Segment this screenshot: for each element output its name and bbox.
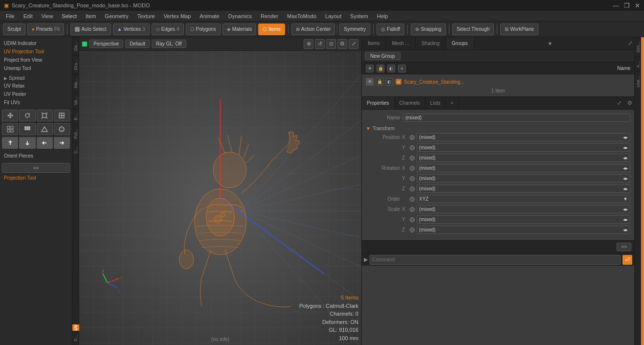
command-submit-button[interactable]: ⏎ [622,255,632,265]
tool-uv-relax[interactable]: UV Relax [0,82,72,90]
presets-button[interactable]: ● Presets F6 [27,23,65,35]
side-tab-de[interactable]: De... [72,37,79,55]
scale-x-value[interactable]: (mixed) ◂▸ [417,205,630,213]
falloff-button[interactable]: ◎ Falloff [377,23,404,35]
scale-y-value[interactable]: (mixed) ◂▸ [417,215,630,224]
menu-texture[interactable]: Texture [133,12,159,20]
materials-button[interactable]: ◈ Materials [222,23,257,35]
rotation-z-arrow[interactable]: ◂▸ [623,186,628,191]
scale-z-arrow[interactable]: ◂▸ [623,227,628,232]
group-item-eye[interactable]: 👁 [366,78,374,86]
grid-btn-10[interactable] [19,137,35,149]
tool-uv-peeler[interactable]: UV Peeler [0,90,72,98]
panel-expand-btn[interactable]: ⤢ [626,40,634,46]
props-settings-icon[interactable]: ⚙ [625,100,634,106]
new-group-button[interactable]: New Group [365,52,400,60]
menu-file[interactable]: File [2,12,19,20]
order-value[interactable]: XYZ ▼ [417,195,630,203]
side-tab-dro[interactable]: Dro... [72,55,79,74]
grid-btn-4[interactable] [54,110,70,121]
tab-groups[interactable]: Groups [446,37,474,49]
snapping-button[interactable]: ⊛ Snapping [411,23,445,35]
group-item-vis[interactable]: ◐ [385,78,393,86]
rotation-z-circle[interactable] [410,186,415,191]
position-z-arrow[interactable]: ◂▸ [623,155,628,161]
viewport-icon-search[interactable]: ⊙ [326,39,336,49]
viewport[interactable]: Perspective Default Ray GL: Off ⊕ ↺ ⊙ ⚙ … [79,37,361,345]
raygl-button[interactable]: Ray GL: Off [152,40,186,48]
default-button[interactable]: Default [125,40,150,48]
position-x-circle[interactable] [410,135,415,140]
tab-items[interactable]: Items [362,37,386,49]
group-lock-icon[interactable]: 🔒 [377,65,384,72]
select-through-button[interactable]: Select Through [452,23,494,35]
position-z-circle[interactable] [410,156,415,161]
menu-edit[interactable]: Edit [20,12,37,20]
menu-system[interactable]: System [346,12,372,20]
side-tab-me[interactable]: Me... [72,74,79,92]
grid-btn-1[interactable] [2,110,18,121]
grid-btn-6[interactable] [19,123,35,135]
right-strip-tab-groups[interactable]: Gro... [635,37,641,57]
grid-btn-2[interactable] [19,110,35,121]
group-item-lock[interactable]: 🔒 [376,78,383,86]
scale-y-circle[interactable] [410,217,415,222]
viewport-icon-settings[interactable]: ⚙ [337,39,347,49]
scale-z-value[interactable]: (mixed) ◂▸ [417,226,630,234]
rotation-x-circle[interactable] [410,166,415,171]
position-x-arrow[interactable]: ◂▸ [623,135,628,140]
menu-render[interactable]: Render [257,12,282,20]
rotation-y-value[interactable]: (mixed) ◂▸ [417,174,630,183]
position-y-arrow[interactable]: ◂▸ [623,145,628,150]
titlebar-controls[interactable]: — ❐ ✕ [613,2,640,9]
right-strip-tab-a[interactable]: A... [635,57,641,72]
tool-unwrap[interactable]: Unwrap Tool [0,64,72,72]
tool-udim-indicator[interactable]: UDIM Indicator [0,39,72,47]
group-vis-icon[interactable]: ◐ [387,65,395,72]
grid-btn-7[interactable] [37,123,53,135]
rotation-x-arrow[interactable]: ◂▸ [623,165,628,171]
vertices-button[interactable]: ▲ Vertices 3 [113,23,150,35]
items-button[interactable]: ⬡ Items [258,23,285,35]
props-expand-icon[interactable]: ⤢ [614,100,624,106]
props-tab-channels[interactable]: Channels [395,97,425,109]
tab-mesh[interactable]: Mesh ... [386,37,416,49]
menu-animate[interactable]: Animate [196,12,223,20]
position-x-value[interactable]: (mixed) ◂▸ [417,133,630,141]
group-eye-icon[interactable]: 👁 [366,65,374,72]
tab-shading[interactable]: Shading [416,37,446,49]
polygons-button[interactable]: ⬡ Polygons [186,23,221,35]
group-more-icon[interactable]: ≡ [398,65,406,72]
position-y-value[interactable]: (mixed) ◂▸ [417,143,630,152]
uv-tab[interactable]: UV [72,324,79,331]
sculpt-button[interactable]: Sculpt [3,23,25,35]
scale-y-arrow[interactable]: ◂▸ [623,217,628,222]
rotation-y-circle[interactable] [410,176,415,181]
grid-btn-8[interactable] [54,123,70,135]
edges-button[interactable]: ◇ Edges 4 [152,23,184,35]
perspective-button[interactable]: Perspective [89,40,123,48]
side-tab-e[interactable]: E... [72,109,79,124]
grid-btn-5[interactable] [2,123,18,135]
props-tab-lists[interactable]: Lists [425,97,446,109]
viewport-icon-2[interactable]: ↺ [315,39,325,49]
order-circle[interactable] [410,197,415,202]
viewport-icon-1[interactable]: ⊕ [304,39,313,49]
rotation-x-value[interactable]: (mixed) ◂▸ [417,164,630,172]
tab-expand-icon[interactable]: ▼ [544,41,555,46]
menu-dynamics[interactable]: Dynamics [224,12,256,20]
side-tab-c[interactable]: C... [72,142,79,158]
close-btn[interactable]: ✕ [635,2,640,9]
scale-x-arrow[interactable]: ◂▸ [623,207,628,212]
grid-btn-3[interactable] [37,110,53,121]
maximize-btn[interactable]: ❐ [624,2,630,9]
workplane-button[interactable]: ⊞ WorkPlane [500,23,538,35]
group-item-1[interactable]: 👁 🔒 ◐ G Scary_Creature_Standing... [362,76,634,87]
symmetry-button[interactable]: Symmetry [339,23,370,35]
tool-uv-projection[interactable]: UV Projection Tool [0,47,72,56]
menu-item[interactable]: Item [82,12,100,20]
menu-select[interactable]: Select [58,12,81,20]
props-tab-plus[interactable]: + [445,97,459,109]
tool-fit-uvs[interactable]: Fit UVs [0,98,72,107]
menu-view[interactable]: View [38,12,57,20]
